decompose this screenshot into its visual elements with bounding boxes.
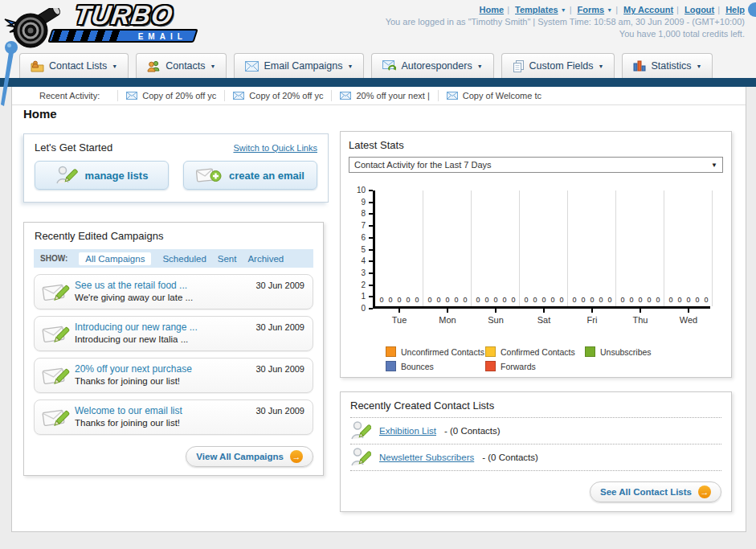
custom-fields-icon <box>513 60 525 72</box>
tab-email-campaigns[interactable]: Email Campaigns▼ <box>234 53 364 78</box>
bar-value: 0 <box>608 296 612 304</box>
bar-value: 0 <box>551 296 555 304</box>
page: { "header": { "logo": { "word1": "TURBO"… <box>0 0 756 549</box>
envelope-icon <box>447 92 458 100</box>
arrow-right-icon: → <box>698 485 711 498</box>
top-links: Home| Templates ▼| Forms ▼| My Account| … <box>386 4 745 16</box>
y-axis-label: 7 <box>361 221 366 230</box>
nav-tabs: Contact Lists▼ Contacts▼ Email Campaigns… <box>19 53 713 78</box>
corner-dot <box>748 2 756 17</box>
bar-value: 0 <box>503 296 507 304</box>
envelope-plus-icon <box>196 166 222 185</box>
campaign-title-link[interactable]: Welcome to our email list <box>75 405 182 416</box>
create-email-label: create an email <box>229 170 304 182</box>
link-forms[interactable]: Forms <box>578 5 605 14</box>
link-help[interactable]: Help <box>725 5 745 14</box>
chevron-down-icon: ▼ <box>112 64 117 69</box>
chevron-down-icon: ▼ <box>711 162 717 169</box>
filter-sent[interactable]: Sent <box>218 254 237 264</box>
recent-activity-item[interactable]: Copy of Welcome tc <box>438 90 550 101</box>
tab-label: Custom Fields <box>529 60 594 72</box>
bar-value-group: 00000 <box>423 296 472 304</box>
envelope-icon <box>126 92 137 100</box>
envelope-pencil-icon <box>42 281 71 305</box>
campaign-subtitle: Introducing our new Italia ... <box>75 334 188 344</box>
bar-value: 0 <box>388 296 392 304</box>
campaign-date: 30 Jun 2009 <box>255 281 304 290</box>
campaign-card[interactable]: Welcome to our email list Thanks for joi… <box>34 399 313 435</box>
email-campaigns-icon <box>245 61 259 72</box>
chart-gridline <box>471 191 472 306</box>
campaign-date: 30 Jun 2009 <box>255 406 304 416</box>
chart-y-axis: 012345678910 <box>349 191 373 309</box>
latest-stats-title: Latest Stats <box>349 139 723 151</box>
legend-item: Confirmed Contacts <box>485 346 585 357</box>
campaign-card[interactable]: See us at the retail food ... We're givi… <box>34 274 313 309</box>
link-my-account[interactable]: My Account <box>623 5 673 14</box>
legend-item: Unsubscribes <box>585 346 723 357</box>
recent-activity-item[interactable]: 20% off your next | <box>331 90 437 101</box>
tab-contacts[interactable]: Contacts▼ <box>136 53 227 78</box>
campaign-subtitle: We're giving away our late ... <box>75 293 193 302</box>
tab-statistics[interactable]: Statistics▼ <box>622 53 713 78</box>
legend-label: Unconfirmed Contacts <box>401 347 484 357</box>
campaign-title-link[interactable]: 20% off your next purchase <box>75 363 192 375</box>
bar-value: 0 <box>668 296 672 304</box>
campaign-subtitle: Thanks for joining our list! <box>75 418 180 428</box>
switch-quick-links-link[interactable]: Switch to Quick Links <box>233 143 317 153</box>
campaign-card[interactable]: 20% off your next purchase Thanks for jo… <box>34 358 313 393</box>
contact-list-count: - (0 Contacts) <box>482 453 538 462</box>
create-email-button[interactable]: create an email <box>183 161 317 190</box>
tab-autoresponders[interactable]: Autoresponders▼ <box>371 53 493 78</box>
statistics-icon <box>633 60 646 72</box>
x-axis-tick <box>543 309 545 313</box>
link-home[interactable]: Home <box>480 5 505 14</box>
chevron-down-icon: ▼ <box>477 64 483 69</box>
contact-list-item[interactable]: Exhibition List - (0 Contacts) <box>350 418 721 445</box>
recent-activity-item[interactable]: Copy of 20% off yc <box>224 90 331 101</box>
tab-custom-fields[interactable]: Custom Fields▼ <box>501 53 615 78</box>
y-axis-label: 8 <box>361 209 366 218</box>
envelope-icon <box>233 92 244 100</box>
filter-archived[interactable]: Archived <box>247 254 284 264</box>
contact-list-link[interactable]: Exhibition List <box>379 426 436 436</box>
contact-list-item[interactable]: Newsletter Subscribers - (0 Contacts) <box>350 445 721 471</box>
bar-value: 0 <box>533 296 537 304</box>
stats-report-dropdown[interactable]: Contact Activity for the Last 7 Days ▼ <box>349 157 723 173</box>
contact-list-link[interactable]: Newsletter Subscribers <box>379 453 474 462</box>
arrow-right-icon: → <box>290 450 303 463</box>
link-templates[interactable]: Templates <box>515 5 558 14</box>
link-logout[interactable]: Logout <box>684 5 714 14</box>
person-pencil-icon <box>350 420 371 441</box>
bar-value: 0 <box>686 296 690 304</box>
y-axis-label: 5 <box>361 245 366 254</box>
logo-wordmark: TURBO <box>52 0 194 31</box>
view-all-campaigns-button[interactable]: View All Campaigns → <box>186 446 313 467</box>
bar-value: 0 <box>638 296 642 304</box>
campaign-card[interactable]: Introducing our new range ... Introducin… <box>34 316 313 351</box>
filter-all-campaigns[interactable]: All Campaigns <box>79 252 151 265</box>
filter-scheduled[interactable]: Scheduled <box>162 254 206 264</box>
bar-value: 0 <box>379 296 383 304</box>
bar-value: 0 <box>620 296 624 304</box>
recent-activity-text: Copy of Welcome tc <box>463 91 541 100</box>
person-pencil-icon <box>350 447 371 468</box>
see-all-contact-lists-button[interactable]: See All Contact Lists → <box>590 481 721 502</box>
pin-callout <box>0 39 24 108</box>
campaign-title-link[interactable]: Introducing our new range ... <box>75 322 198 333</box>
legend-swatch <box>485 346 496 357</box>
chart-legend: Unconfirmed ContactsConfirmed ContactsUn… <box>386 346 723 371</box>
login-info: You are logged in as "Timothy Smith" | S… <box>386 16 745 28</box>
recent-activity-text: Copy of 20% off yc <box>249 91 323 100</box>
x-axis-label: Tue <box>375 315 423 325</box>
manage-lists-button[interactable]: manage lists <box>35 161 169 190</box>
campaigns-title: Recently Edited Campaigns <box>35 230 323 242</box>
recent-activity-item[interactable]: Copy of 20% off yc <box>117 90 224 101</box>
envelope-icon <box>340 92 351 100</box>
contact-list-count: - (0 Contacts) <box>444 426 501 436</box>
tab-contact-lists[interactable]: Contact Lists▼ <box>19 53 129 78</box>
chevron-down-icon: ▼ <box>561 7 566 13</box>
campaign-title-link[interactable]: See us at the retail food ... <box>75 280 187 291</box>
bar-value: 0 <box>524 296 528 304</box>
recent-activity-text: 20% off your next | <box>356 91 429 100</box>
